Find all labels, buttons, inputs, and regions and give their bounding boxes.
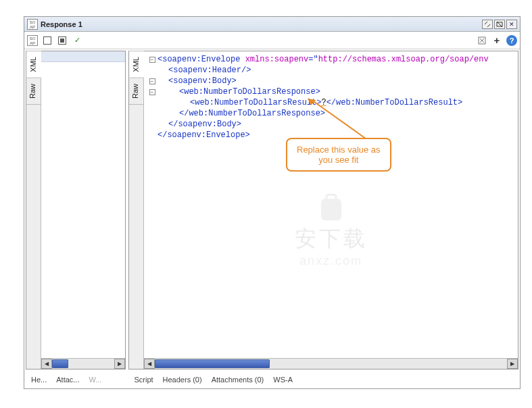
right-tab-xml[interactable]: XML xyxy=(129,51,144,78)
callout-box: Replace this value as you see fit xyxy=(286,138,391,172)
scroll-thumb[interactable] xyxy=(52,359,68,368)
right-tab-raw[interactable]: Raw xyxy=(129,78,143,105)
restore-small-button[interactable] xyxy=(482,20,493,29)
tab-wsa[interactable]: WS-A xyxy=(273,376,293,384)
right-scrollbar[interactable]: ◀ ▶ xyxy=(144,358,518,369)
response-window: SOAP Response 1 ✕ SOAP ✓ + ? XML Raw xyxy=(24,16,521,389)
tab-headers[interactable]: Headers (0) xyxy=(163,376,202,384)
fold-icon[interactable]: − xyxy=(149,78,155,84)
tab-script[interactable]: Script xyxy=(134,376,153,384)
tab-attachments[interactable]: Attachments (0) xyxy=(212,376,264,384)
expand-icon[interactable] xyxy=(42,35,53,46)
scroll-right-button[interactable]: ▶ xyxy=(507,359,518,369)
list-item[interactable] xyxy=(41,51,125,62)
left-tab-raw[interactable]: Raw xyxy=(26,78,41,105)
fold-icon[interactable]: − xyxy=(149,57,155,63)
soap-icon: SOAP xyxy=(27,19,38,30)
fold-icon[interactable]: − xyxy=(149,89,155,95)
tab-header[interactable]: He... xyxy=(31,376,47,384)
validate-icon[interactable]: ✓ xyxy=(72,35,82,46)
bottom-tabs: He... Attac... W... Script Headers (0) A… xyxy=(24,371,520,388)
close-button[interactable]: ✕ xyxy=(506,20,517,29)
left-pane: XML Raw ◀ ▶ xyxy=(26,51,126,369)
maximize-button[interactable] xyxy=(494,20,505,29)
left-tab-xml[interactable]: XML xyxy=(26,51,41,78)
scroll-left-button[interactable]: ◀ xyxy=(41,359,52,369)
create-test-icon[interactable] xyxy=(477,35,487,46)
scroll-left-button[interactable]: ◀ xyxy=(144,359,155,369)
soap-toolbar-icon[interactable]: SOAP xyxy=(27,35,38,46)
help-button[interactable]: ? xyxy=(506,35,517,46)
left-scrollbar[interactable]: ◀ ▶ xyxy=(41,358,125,369)
left-list xyxy=(41,51,125,358)
scroll-right-button[interactable]: ▶ xyxy=(114,359,125,369)
scroll-thumb[interactable] xyxy=(155,359,270,368)
tab-attachments-left[interactable]: Attac... xyxy=(56,376,79,384)
placeholder-value[interactable]: ? xyxy=(321,98,326,107)
collapse-icon[interactable] xyxy=(57,35,68,46)
window-title: Response 1 xyxy=(41,20,82,28)
xml-content[interactable]: −<soapenv:Envelope xmlns:soapenv="http:/… xyxy=(144,51,518,358)
tab-ws[interactable]: W... xyxy=(89,376,101,384)
add-button[interactable]: + xyxy=(491,35,502,46)
toolbar: SOAP ✓ + ? xyxy=(24,32,520,49)
right-pane: XML Raw −<soapenv:Envelope xmlns:soapenv… xyxy=(128,51,518,369)
titlebar: SOAP Response 1 ✕ xyxy=(24,17,520,32)
